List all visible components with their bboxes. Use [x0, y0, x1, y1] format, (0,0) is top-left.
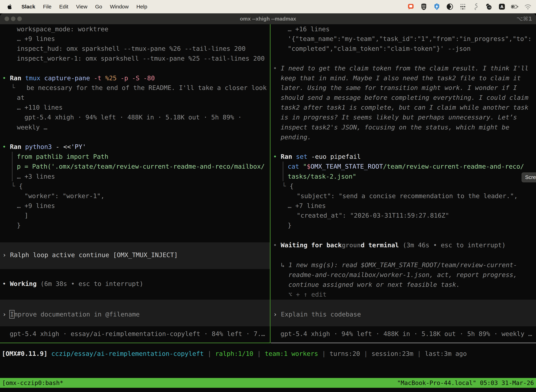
text-segment: /team/review-current-readme-and-reco/	[383, 163, 524, 170]
text-segment: weekly …	[17, 124, 47, 131]
text-segment: •	[273, 153, 281, 160]
menu-status-icons: ..61A	[407, 3, 536, 10]
menu-items: FileEditViewGoWindowHelp	[43, 4, 147, 10]
text-segment: <<	[63, 143, 71, 150]
dots-grid-icon[interactable]	[459, 3, 467, 10]
text-segment: continue assigned work or next feasible …	[288, 281, 460, 288]
pie-arc-icon[interactable]	[446, 3, 454, 10]
omx-status-line: [OMX#0.11.9] cczip/essay/ai-reimplementa…	[2, 349, 467, 359]
text-segment: |	[322, 350, 326, 357]
text-segment: cat	[288, 163, 299, 170]
terminal-line: "subject": "send a concise recommendatio…	[297, 191, 518, 201]
vpn-bolt-icon[interactable]	[433, 3, 441, 10]
text-segment: gpt-5.4 xhigh · 94% left · 488K in · 5.1…	[24, 114, 242, 121]
terminal-line: └ {	[282, 181, 293, 191]
text-segment: (3m 46s • esc to interrupt)	[403, 242, 506, 249]
text-segment	[139, 75, 143, 82]
terminal-line: }	[17, 220, 21, 230]
text-segment: -t	[94, 75, 101, 82]
screen-share-icon[interactable]	[407, 3, 415, 10]
text-segment: "completed","claim_token":"claim-token"}…	[288, 45, 471, 52]
text-segment: Ralph loop active continue [OMX_TMUX_INJ…	[10, 251, 178, 258]
svg-text:..61: ..61	[487, 6, 491, 9]
text-segment: ›	[2, 311, 10, 318]
window-titlebar[interactable]: omx --xhigh --madmax ⌥⌘1	[0, 13, 536, 24]
text-segment: p = Path('.omx/state/team/review-current…	[17, 163, 265, 170]
text-segment: is in progress? It seems likely but perh…	[281, 114, 517, 121]
text-segment: "worker": "worker-1",	[24, 192, 105, 200]
text-segment: … +9 lines	[17, 202, 55, 209]
text-segment: OMX_TEAM_STATE_ROOT	[311, 163, 383, 170]
text-segment	[211, 350, 215, 357]
pane-divider[interactable]	[270, 24, 270, 343]
menu-item-file[interactable]: File	[43, 4, 51, 10]
squiggle-icon[interactable]	[472, 3, 480, 10]
terminal-line: workspace_mode: worktree	[17, 24, 108, 34]
terminal-line: pending.	[281, 132, 311, 142]
menu-item-view[interactable]: View	[76, 4, 87, 10]
text-segment: ›	[273, 311, 281, 318]
window-title: omx --xhigh --madmax	[0, 13, 536, 24]
text-segment: set	[296, 153, 307, 160]
keyboard-shield-icon[interactable]	[420, 3, 428, 10]
text-segment: groun	[342, 242, 361, 249]
menu-item-window[interactable]: Window	[110, 4, 129, 10]
terminal-line: task2 after task1 is complete, but can I…	[281, 103, 528, 112]
text-segment	[101, 75, 105, 82]
text-segment: '{"team_name":"my-team","task_id":"1","f…	[288, 35, 531, 42]
text-segment: [OMX#0.11.9]	[2, 350, 48, 357]
battery-charging-icon[interactable]	[511, 3, 519, 10]
text-segment	[40, 75, 44, 82]
terminal-line: gpt-5.4 xhigh · 94% left · 488K in · 5.1…	[24, 112, 242, 122]
terminal-line: should send a message before completing …	[281, 93, 528, 103]
terminal-line: • I need to get the claim token from the…	[273, 63, 528, 73]
text-segment: tasks/task-2.json"	[288, 173, 356, 180]
tmux-pane-left[interactable]: workspace_mode: worktree… +9 linesinspec…	[0, 24, 270, 343]
prompt-input[interactable]: › Explain this codebase	[273, 309, 361, 319]
text-segment: … +110 lines	[17, 104, 62, 111]
text-segment: pending.	[281, 134, 311, 141]
text-segment: ›	[2, 251, 10, 258]
text-segment	[368, 350, 372, 357]
text-segment	[204, 350, 208, 357]
terminal-line: "completed","claim_token":"claim-token"}…	[288, 44, 471, 54]
text-segment: •	[273, 65, 281, 72]
text-segment: "subject": "send a concise recommendatio…	[297, 192, 518, 200]
wifi-icon[interactable]	[524, 3, 532, 10]
text-segment: -	[52, 143, 63, 150]
menu-app-name[interactable]: Slack	[21, 4, 35, 10]
tmux-pane-right[interactable]: … +16 lines'{"team_name":"my-team","task…	[271, 24, 536, 343]
terminal-line: inspect_worker-1: omx sparkshell --tmux-…	[17, 54, 265, 63]
timer-badge-61-icon[interactable]: ..61	[485, 3, 493, 10]
text-segment: |	[417, 350, 421, 357]
menu-bar: Slack FileEditViewGoWindowHelp ..61A	[0, 0, 536, 13]
text-segment: -S	[132, 75, 139, 82]
terminal-line: continue assigned work or next feasible …	[288, 280, 460, 289]
model-status-line: gpt-5.4 xhigh · essay/ai-reimplementatio…	[10, 329, 265, 339]
text-segment: ralph:1/10	[215, 350, 254, 357]
text-segment: inspect task2's JSON, focusing on the st…	[281, 124, 509, 131]
text-segment: … +3 lines	[17, 173, 55, 180]
text-segment: inspect_worker-1: omx sparkshell --tmux-…	[17, 55, 265, 62]
menu-item-help[interactable]: Help	[136, 4, 147, 10]
terminal-line: p = Path('.omx/state/team/review-current…	[17, 162, 265, 171]
apple-icon[interactable]	[6, 3, 14, 10]
terminal-line: }	[288, 220, 292, 230]
text-segment: Waiting for back	[281, 242, 342, 249]
terminal-line: '{"team_name":"my-team","task_id":"1","f…	[288, 34, 531, 44]
tree-guide-line	[283, 162, 283, 181]
text-segment: ↳	[281, 261, 288, 269]
pane-border-active	[0, 343, 270, 343]
menu-item-edit[interactable]: Edit	[59, 4, 68, 10]
text-segment: at	[17, 94, 24, 101]
prompt-input[interactable]: › Improve documentation in @filename	[2, 309, 140, 319]
menu-item-go[interactable]: Go	[95, 4, 102, 10]
text-segment: -euo pipefail	[311, 153, 361, 160]
input-source-a-icon[interactable]: A	[498, 3, 506, 10]
text-segment: }	[17, 222, 21, 229]
text-segment: -p	[120, 75, 128, 82]
text-segment: readme-and-reco/mailbox/worker-1.json, a…	[288, 271, 517, 278]
text-segment: └	[11, 182, 19, 190]
text-segment: session:23m	[372, 350, 413, 357]
text-segment: (6m 38s • esc to interrupt)	[40, 280, 143, 287]
